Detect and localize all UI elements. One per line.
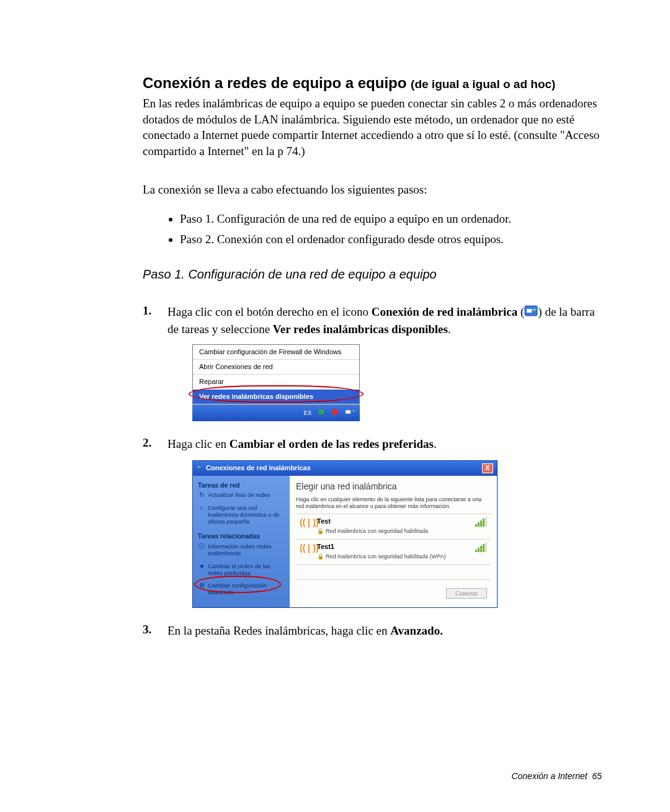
list-item: Paso 1. Configuración de una red de equi… xyxy=(180,210,602,228)
info-icon: ⓘ xyxy=(198,543,205,557)
refresh-icon: ↻ xyxy=(198,492,205,499)
svg-rect-1 xyxy=(527,309,532,313)
wireless-icon: ((❘)) xyxy=(300,517,312,529)
text: Haga clic en xyxy=(168,437,230,450)
step-number: 2. xyxy=(143,436,168,608)
network-item[interactable]: ((❘)) Test1 🔒Red inalámbrica con segurid… xyxy=(296,540,491,565)
security-text: Red inalámbrica con seguridad habilitada… xyxy=(326,553,445,560)
text-bold: Ver redes inalámbricas disponibles xyxy=(273,323,448,336)
network-name: Test xyxy=(317,517,470,526)
steps-overview-list: Paso 1. Configuración de una red de equi… xyxy=(143,210,602,249)
star-icon: ★ xyxy=(198,563,205,577)
shield-icon[interactable] xyxy=(331,408,339,418)
instructions-list: 1. Haga clic con el botón derecho en el … xyxy=(143,304,602,640)
security-text: Red inalámbrica con seguridad habilitada xyxy=(326,528,428,534)
lead-paragraph: La conexión se lleva a cabo efectuando l… xyxy=(143,182,602,198)
lock-icon: 🔒 xyxy=(317,528,324,534)
text: Haga clic con el botón derecho en el ico… xyxy=(168,305,372,318)
step1-heading: Paso 1. Configuración de una red de equi… xyxy=(143,267,602,282)
sidebar-link-change-order[interactable]: ★Cambiar el orden de las redes preferida… xyxy=(198,563,285,577)
setup-icon: ⌂ xyxy=(198,505,205,525)
hint-text: Haga clic en cualquier elemento de la si… xyxy=(296,496,491,510)
page-title: Conexión a redes de equipo a equipo (de … xyxy=(143,74,602,92)
menu-item-repair[interactable]: Reparar xyxy=(193,375,359,389)
context-menu-screenshot: Cambiar configuración de Firewall de Win… xyxy=(192,344,360,422)
window-title: Conexiones de red inalámbricas xyxy=(197,463,311,473)
menu-item-open-connections[interactable]: Abrir Conexiones de red xyxy=(193,360,359,375)
link-label: Información sobre redes inalámbricas xyxy=(208,543,285,557)
step-text: Haga clic en Cambiar el orden de las red… xyxy=(168,436,602,608)
signal-bars-icon xyxy=(475,518,487,527)
sidebar-link-setup[interactable]: ⌂Configurar una red inalámbrica doméstic… xyxy=(198,505,285,525)
wireless-tray-icon xyxy=(524,305,538,321)
text-bold: Conexión de red inalámbrica xyxy=(372,305,518,318)
side-panel: Tareas de red ↻Actualizar lista de redes… xyxy=(193,476,290,608)
sidebar-link-advanced[interactable]: ⚙Cambiar configuración avanzada xyxy=(198,582,285,596)
window-title-text: Conexiones de red inalámbricas xyxy=(206,464,311,471)
window-footer: Conectar xyxy=(296,579,491,604)
text: ( xyxy=(517,305,524,318)
document-page: Conexión a redes de equipo a equipo (de … xyxy=(0,0,670,812)
page-footer: Conexión a Internet 65 xyxy=(511,771,602,781)
link-label: Configurar una red inalámbrica doméstica… xyxy=(208,505,285,525)
link-label: Cambiar el orden de las redes preferidas xyxy=(208,563,285,577)
language-indicator[interactable]: ES xyxy=(303,408,311,417)
title-main: Conexión a redes de equipo a equipo xyxy=(143,74,411,91)
window-main: Elegir una red inalámbrica Haga clic en … xyxy=(290,476,497,608)
signal-bars-icon xyxy=(475,543,487,552)
footer-label: Conexión a Internet xyxy=(511,771,587,781)
taskbar: ES xyxy=(192,405,360,421)
instruction-1: 1. Haga clic con el botón derecho en el … xyxy=(143,304,602,421)
instruction-3: 3. En la pestaña Redes inalámbricas, hag… xyxy=(143,623,602,640)
menu-item-view-networks[interactable]: Ver redes inalámbricas disponibles xyxy=(193,390,359,404)
network-item[interactable]: ((❘)) Test 🔒Red inalámbrica con segurida… xyxy=(296,514,491,540)
title-sub: (de igual a igual o ad hoc) xyxy=(411,78,555,91)
volume-icon[interactable] xyxy=(318,408,325,418)
link-label: Actualizar lista de redes xyxy=(208,492,270,499)
network-security: 🔒Red inalámbrica con seguridad habilitad… xyxy=(317,553,470,561)
sidebar-link-info[interactable]: ⓘInformación sobre redes inalámbricas xyxy=(198,543,285,557)
step-number: 3. xyxy=(143,623,168,640)
wireless-tray-icon[interactable] xyxy=(345,408,356,419)
text: . xyxy=(448,323,451,336)
window-body: Tareas de red ↻Actualizar lista de redes… xyxy=(193,476,497,608)
intro-paragraph: En las redes inalámbricas de equipo a eq… xyxy=(143,96,602,159)
gear-icon: ⚙ xyxy=(198,582,205,596)
svg-rect-2 xyxy=(319,409,324,414)
instruction-2: 2. Haga clic en Cambiar el orden de las … xyxy=(143,436,602,608)
link-label: Cambiar configuración avanzada xyxy=(208,582,285,596)
text-bold: Avanzado. xyxy=(390,624,443,637)
choose-network-heading: Elegir una red inalámbrica xyxy=(296,481,491,493)
network-security: 🔒Red inalámbrica con seguridad habilitad… xyxy=(317,527,470,535)
wireless-icon: ((❘)) xyxy=(300,542,312,555)
side-group-title: Tareas relacionadas xyxy=(198,532,285,541)
connect-button[interactable]: Conectar xyxy=(446,588,487,599)
lock-icon: 🔒 xyxy=(317,553,324,560)
window-titlebar: Conexiones de red inalámbricas X xyxy=(193,461,497,476)
step-number: 1. xyxy=(143,304,168,421)
network-list: ((❘)) Test 🔒Red inalámbrica con segurida… xyxy=(296,514,491,565)
context-menu: Cambiar configuración de Firewall de Win… xyxy=(192,344,360,406)
menu-item-firewall[interactable]: Cambiar configuración de Firewall de Win… xyxy=(193,345,359,360)
step-text: Haga clic con el botón derecho en el ico… xyxy=(168,304,602,421)
network-name: Test1 xyxy=(317,542,470,551)
sidebar-link-refresh[interactable]: ↻Actualizar lista de redes xyxy=(198,492,285,499)
list-item: Paso 2. Conexión con el ordenador config… xyxy=(180,230,602,249)
wireless-window-screenshot: Conexiones de red inalámbricas X Tareas … xyxy=(192,460,498,609)
side-group-title: Tareas de red xyxy=(198,481,285,490)
text: . xyxy=(434,437,437,450)
text-bold: Cambiar el orden de las redes preferidas xyxy=(230,437,434,450)
close-button[interactable]: X xyxy=(482,463,493,473)
step-text: En la pestaña Redes inalámbricas, haga c… xyxy=(168,623,602,640)
page-number: 65 xyxy=(592,771,602,781)
svg-rect-3 xyxy=(346,410,351,414)
text: En la pestaña Redes inalámbricas, haga c… xyxy=(168,624,390,637)
